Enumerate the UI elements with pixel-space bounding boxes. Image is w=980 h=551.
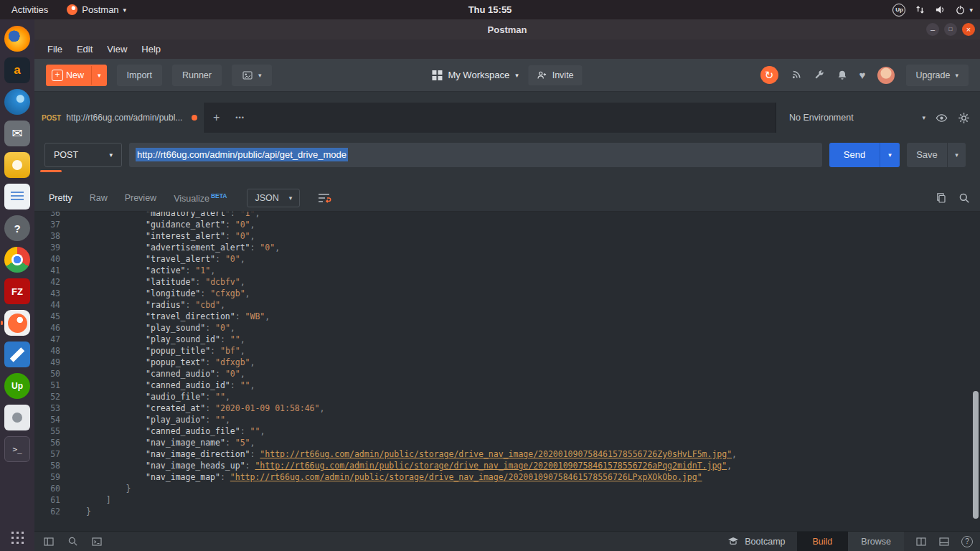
amazon-dock-icon[interactable]: a: [4, 57, 30, 83]
code-line: 50 "canned_audio": "0",: [34, 368, 980, 380]
tab-options-button[interactable]: •••: [227, 103, 252, 133]
app-menu-button[interactable]: Postman ▾: [62, 4, 131, 15]
menu-edit[interactable]: Edit: [70, 42, 100, 57]
maximize-button[interactable]: □: [944, 23, 957, 36]
heart-icon[interactable]: ♥: [859, 69, 866, 81]
format-dropdown[interactable]: JSON ▾: [247, 189, 300, 207]
panel-bottom-icon[interactable]: [938, 536, 950, 547]
thunderbird-dock-icon[interactable]: [4, 89, 30, 115]
menu-help[interactable]: Help: [134, 42, 168, 57]
firefox-dock-icon[interactable]: [4, 26, 30, 52]
environment-preview-eye-icon[interactable]: [936, 112, 948, 124]
menu-view[interactable]: View: [100, 42, 134, 57]
line-number: 38: [34, 230, 69, 242]
toolbar-gap: [34, 92, 980, 103]
activities-button[interactable]: Activities: [7, 4, 52, 15]
build-tab[interactable]: Build: [797, 532, 849, 551]
two-pane-icon[interactable]: [915, 536, 927, 547]
tab-pretty[interactable]: Pretty: [49, 193, 72, 203]
help-dock-icon[interactable]: ?: [4, 215, 30, 241]
browse-tab[interactable]: Browse: [848, 532, 904, 551]
postman-dock-icon[interactable]: [4, 310, 30, 336]
new-button[interactable]: + New ▾: [46, 65, 107, 86]
copy-icon[interactable]: [936, 192, 947, 204]
upwork-dock-icon[interactable]: Up: [4, 373, 30, 399]
minimize-button[interactable]: –: [926, 23, 939, 36]
line-content: "canned_audio": "0",: [69, 368, 245, 380]
volume-icon[interactable]: [935, 4, 946, 15]
import-button[interactable]: Import: [117, 65, 162, 86]
send-button[interactable]: Send: [829, 143, 880, 167]
code-line: 38 "interest_alert": "0",: [34, 230, 980, 242]
remmina-dock-icon[interactable]: [4, 405, 30, 430]
workspace-switcher[interactable]: My Workspace ▾: [432, 70, 518, 80]
line-content: "canned_audio_id": "",: [69, 380, 255, 391]
line-content: }: [69, 483, 131, 494]
menu-file[interactable]: File: [40, 42, 70, 57]
interceptor-icon[interactable]: [814, 70, 825, 81]
clock[interactable]: Thu 15:55: [468, 4, 512, 15]
settings-gear-icon[interactable]: [958, 112, 970, 124]
sidebar-toggle-icon[interactable]: [43, 536, 55, 547]
line-content: "nav_image_map": "http://rt66ug.com/admi…: [69, 471, 702, 483]
code-line: 58 "nav_image_heads_up": "http://rt66ug.…: [34, 460, 980, 471]
show-applications-button[interactable]: [10, 530, 24, 545]
tab-visualize[interactable]: VisualizeBETA: [174, 192, 227, 204]
send-options-button[interactable]: ▾: [880, 143, 900, 167]
terminal-dock-icon[interactable]: >_: [4, 436, 30, 462]
upgrade-button[interactable]: Upgrade ▾: [906, 65, 969, 86]
url-input[interactable]: http://rt66ug.com/admin/public/api/get_d…: [129, 143, 822, 167]
search-icon[interactable]: [958, 192, 970, 204]
sync-status-icon[interactable]: ↻: [760, 66, 778, 84]
scrollbar-thumb[interactable]: [973, 391, 979, 519]
help-icon[interactable]: ?: [961, 536, 973, 547]
vscode-dock-icon[interactable]: [4, 342, 30, 367]
find-icon[interactable]: [67, 536, 78, 547]
line-number: 42: [34, 276, 69, 288]
tab-preview[interactable]: Preview: [125, 193, 156, 203]
open-new-button[interactable]: ▾: [232, 65, 272, 86]
power-icon[interactable]: [955, 4, 966, 15]
chevron-down-icon: ▾: [922, 114, 925, 121]
line-number: 40: [34, 253, 69, 265]
upwork-tray-icon[interactable]: Up: [892, 4, 905, 17]
line-number: 45: [34, 311, 69, 322]
network-icon[interactable]: [915, 4, 925, 15]
tab-raw[interactable]: Raw: [90, 193, 108, 203]
invite-button[interactable]: Invite: [529, 65, 583, 85]
new-tab-button[interactable]: +: [205, 103, 227, 133]
bootcamp-button[interactable]: Bootcamp: [727, 537, 785, 547]
toolbar-center: My Workspace ▾ Invite: [432, 65, 582, 85]
request-tab[interactable]: POST http://rt66ug.com/admin/publ...: [34, 103, 205, 133]
filezilla-dock-icon[interactable]: FZ: [4, 278, 30, 304]
vertical-scrollbar[interactable]: [972, 212, 979, 531]
tab-title: http://rt66ug.com/admin/publ...: [66, 113, 187, 123]
line-content: "active": "1",: [69, 265, 215, 276]
line-number: 59: [34, 471, 69, 483]
app-menu-label: Postman: [82, 4, 118, 15]
line-content: "latitude": "dcbfv",: [69, 276, 245, 288]
environment-area: No Environment ▾: [776, 103, 980, 133]
wrap-lines-icon[interactable]: [317, 192, 331, 204]
send-split-button: Send ▾: [829, 143, 900, 167]
window-controls: – □ ×: [926, 23, 980, 36]
save-button[interactable]: Save: [907, 143, 947, 167]
writer-dock-icon[interactable]: [4, 184, 30, 209]
capture-requests-icon[interactable]: [790, 69, 802, 81]
code-line: 56 "nav_image_name": "5",: [34, 437, 980, 448]
close-button[interactable]: ×: [962, 23, 975, 36]
bootcamp-label: Bootcamp: [745, 537, 785, 547]
notifications-bell-icon[interactable]: [837, 70, 848, 81]
line-number: 61: [34, 494, 69, 506]
console-icon[interactable]: [91, 536, 103, 547]
line-number: 49: [34, 357, 69, 368]
runner-button[interactable]: Runner: [172, 65, 222, 86]
method-dropdown[interactable]: POST ▾: [44, 143, 122, 167]
media-dock-icon[interactable]: [4, 152, 30, 178]
avatar[interactable]: [877, 67, 895, 84]
environment-selector[interactable]: No Environment ▾: [789, 113, 925, 123]
mail-dock-icon[interactable]: ✉: [4, 121, 30, 146]
new-dropdown-button[interactable]: ▾: [91, 66, 107, 85]
chrome-dock-icon[interactable]: [4, 247, 30, 273]
save-options-button[interactable]: ▾: [947, 143, 966, 167]
